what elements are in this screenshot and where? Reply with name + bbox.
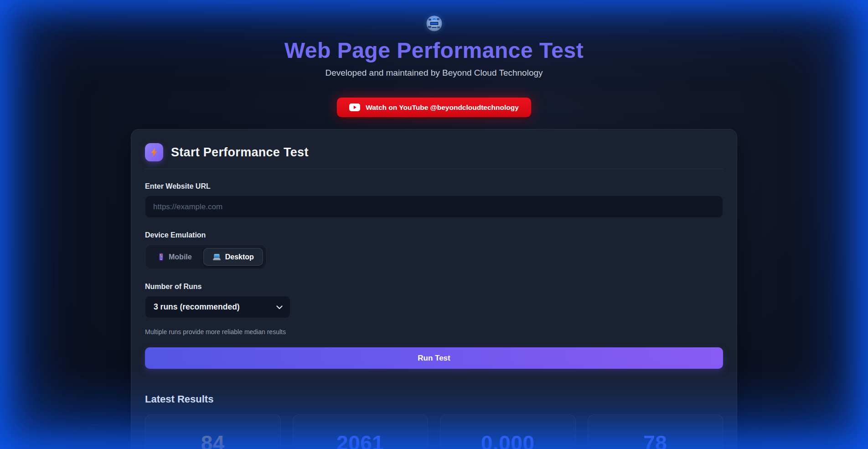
page-subtitle: Developed and maintained by Beyond Cloud… [325,68,542,78]
device-emulation-label: Device Emulation [145,231,723,239]
result-card: 0.000 [440,414,576,449]
results-grid: 84 2061 0.000 78 [145,414,723,449]
result-card: 78 [588,414,723,449]
header-divider [145,169,723,169]
device-option-label: Mobile [169,253,192,261]
chevron-down-icon [276,302,283,312]
result-value: 78 [588,431,723,449]
device-option-label: Desktop [225,253,254,261]
site-logo-icon [426,15,443,32]
result-value: 2061 [293,431,428,449]
device-toggle-group: Mobile De [145,244,267,269]
latest-results-heading: Latest Results [145,393,723,405]
youtube-button[interactable]: Watch on YouTube @beyondcloudtechnology [337,98,531,117]
page-title: Web Page Performance Test [284,38,584,63]
performance-test-card: Start Performance Test Enter Website URL… [131,129,737,449]
runs-select[interactable]: 3 runs (recommended) [145,296,290,318]
url-input[interactable] [145,196,723,218]
lightning-bolt-icon [145,143,163,161]
result-card: 2061 [293,414,429,449]
laptop-icon [212,253,221,261]
result-value: 0.000 [440,431,575,449]
runs-help-text: Multiple runs provide more reliable medi… [145,328,723,335]
youtube-play-icon [349,103,360,111]
runs-label: Number of Runs [145,283,723,291]
runs-select-value: 3 runs (recommended) [154,302,240,312]
youtube-button-label: Watch on YouTube @beyondcloudtechnology [366,103,519,112]
url-label: Enter Website URL [145,182,723,191]
run-test-button[interactable]: Run Test [145,347,723,369]
card-title: Start Performance Test [171,145,309,160]
result-value: 84 [145,431,280,449]
page-content: Web Page Performance Test Developed and … [131,0,737,449]
mobile-phone-icon [158,253,165,261]
card-header: Start Performance Test [145,143,723,161]
device-option-mobile[interactable]: Mobile [149,248,201,266]
device-option-desktop[interactable]: Desktop [203,248,263,266]
result-card: 84 [145,414,281,449]
